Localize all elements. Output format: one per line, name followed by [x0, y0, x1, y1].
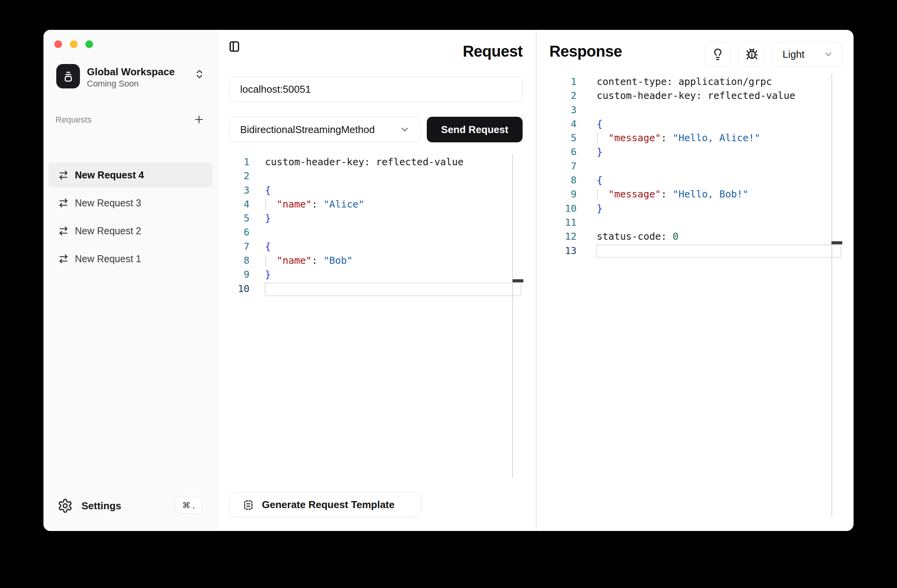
code-line: custom-header-key: reflected-value [265, 155, 464, 169]
theme-select-value: Light [783, 48, 804, 61]
line-number: 7 [230, 240, 249, 254]
line-number: 1 [549, 75, 577, 89]
sidebar-item-new-request-1[interactable]: New Request 1 [48, 246, 213, 271]
line-number: 1 [230, 155, 249, 169]
server-url-input[interactable]: localhost:50051 [230, 77, 523, 102]
scrollbar-thumb[interactable] [831, 241, 842, 244]
code-line: content-type: application/grpc [597, 75, 795, 89]
code-line [265, 225, 464, 239]
request-body-code[interactable]: custom-header-key: reflected-value { "na… [265, 155, 464, 296]
line-number: 2 [230, 169, 249, 183]
archive-icon [62, 70, 75, 83]
scrollbar-track [831, 74, 832, 516]
sidebar-item-new-request-4[interactable]: New Request 4 [48, 163, 213, 187]
chevron-down-icon [399, 124, 410, 135]
workspace-icon[interactable] [56, 64, 80, 88]
response-body-code: content-type: application/grpccustom-hea… [597, 75, 795, 258]
request-panel-title: Request [367, 43, 523, 60]
app-window: Global Workspace Coming Soon Requests Ne… [43, 30, 854, 531]
line-number: 4 [549, 117, 577, 131]
code-line [597, 244, 795, 258]
code-line: { [265, 183, 464, 197]
code-line: } [597, 145, 795, 159]
code-line: } [597, 202, 795, 216]
workspace-title: Global Workspace [87, 66, 175, 78]
sidebar-item-label: New Request 2 [75, 225, 141, 237]
code-line [265, 282, 464, 296]
line-number: 5 [549, 131, 577, 145]
line-number: 10 [230, 282, 249, 296]
line-number: 6 [230, 225, 249, 239]
line-number: 3 [230, 183, 249, 197]
sidebar-item-new-request-3[interactable]: New Request 3 [48, 190, 213, 215]
window-close-button[interactable] [54, 40, 62, 48]
sidebar-item-new-request-2[interactable]: New Request 2 [48, 218, 213, 243]
bug-icon [746, 48, 758, 61]
sidebar-item-label: New Request 3 [75, 197, 141, 209]
code-line: "name": "Alice" [265, 197, 464, 211]
requests-section-header: Requests [55, 115, 92, 125]
line-number: 2 [549, 89, 577, 103]
line-number-gutter: 12345678910 [230, 155, 265, 296]
code-line: "message": "Hello, Bob!" [597, 187, 795, 201]
method-select-value: BidirectionalStreamingMethod [240, 124, 375, 136]
line-number-gutter: 12345678910111213 [549, 75, 597, 258]
arrows-right-left-icon [58, 170, 69, 180]
line-number: 6 [549, 145, 577, 159]
code-line: "message": "Hello, Alice!" [597, 131, 795, 145]
arrows-right-left-icon [58, 254, 69, 264]
code-line: { [597, 173, 795, 187]
sidebar-toggle-button[interactable] [228, 40, 241, 54]
chevrons-up-down-icon [194, 69, 205, 80]
panel-left-icon [228, 40, 241, 53]
arrows-right-left-icon [58, 226, 69, 236]
line-number: 13 [549, 244, 577, 258]
code-line: status-code: 0 [597, 230, 795, 244]
sidebar: Global Workspace Coming Soon Requests Ne… [43, 30, 217, 531]
sidebar-item-label: New Request 1 [75, 253, 141, 265]
workspace-subtitle: Coming Soon [87, 79, 139, 89]
line-number: 8 [230, 254, 249, 268]
line-number: 9 [549, 187, 577, 201]
line-number: 12 [549, 230, 577, 244]
template-icon [242, 499, 254, 511]
server-url-value: localhost:50051 [240, 83, 311, 95]
code-line [597, 216, 795, 230]
line-number: 9 [230, 268, 249, 282]
plus-icon [193, 114, 205, 125]
code-line [597, 103, 795, 117]
method-select[interactable]: BidirectionalStreamingMethod [230, 117, 421, 142]
generate-request-template-button[interactable]: Generate Request Template [230, 492, 421, 517]
scrollbar-track [512, 154, 513, 478]
panel-divider [536, 30, 537, 531]
send-request-button[interactable]: Send Request [427, 117, 523, 142]
code-line: custom-header-key: reflected-value [597, 89, 795, 103]
window-minimize-button[interactable] [70, 40, 78, 48]
line-number: 3 [549, 103, 577, 117]
response-panel-title: Response [549, 43, 622, 60]
line-number: 10 [549, 202, 577, 216]
code-line: "name": "Bob" [265, 254, 464, 268]
lightbulb-icon [712, 48, 724, 61]
scrollbar-thumb[interactable] [513, 279, 523, 282]
theme-select[interactable]: Light [772, 42, 842, 67]
code-line [597, 159, 795, 173]
code-line [265, 169, 464, 183]
sidebar-item-label: New Request 4 [75, 169, 144, 181]
line-number: 11 [549, 216, 577, 230]
code-line: { [597, 117, 795, 131]
settings-label: Settings [81, 500, 121, 512]
code-line: } [265, 211, 464, 225]
chevron-down-icon [823, 49, 833, 59]
window-zoom-button[interactable] [85, 40, 93, 48]
gear-icon [57, 498, 73, 514]
line-number: 7 [549, 159, 577, 173]
settings-shortcut-badge: ⌘ , [175, 497, 202, 514]
code-line: } [265, 268, 464, 282]
add-request-button[interactable] [192, 113, 206, 126]
debug-button[interactable] [738, 42, 765, 67]
workspace-switcher[interactable] [194, 69, 205, 80]
code-line: { [265, 240, 464, 254]
arrows-right-left-icon [58, 198, 69, 208]
hint-button[interactable] [705, 42, 731, 67]
